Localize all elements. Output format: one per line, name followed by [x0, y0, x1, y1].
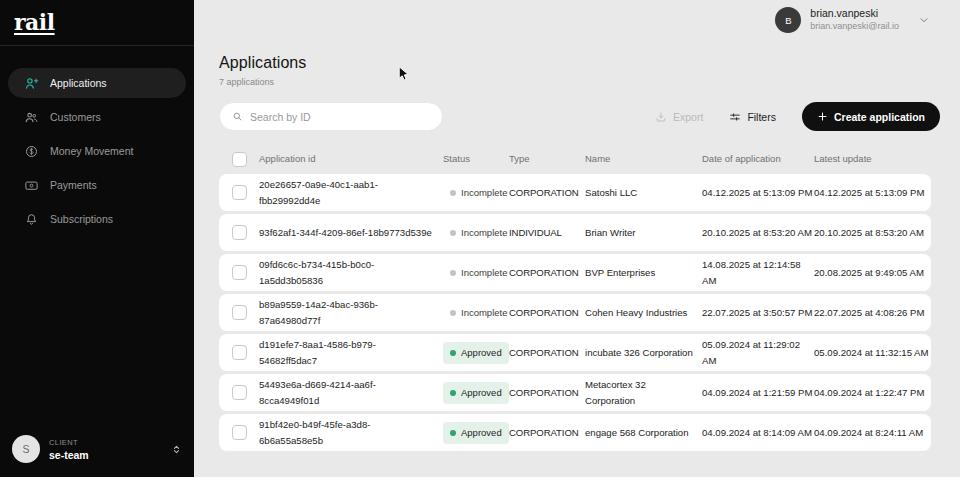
cell-latest-update: 04.09.2024 at 8:24:11 AM: [814, 425, 931, 441]
cell-date-of-application: 04.09.2024 at 8:14:09 AM: [702, 425, 814, 441]
table-row[interactable]: 91bf42e0-b49f-45fe-a3d8-6b6a55a58e5b App…: [219, 414, 931, 451]
sidebar-item-label: Subscriptions: [50, 213, 113, 225]
cell-application-id: b89a9559-14a2-4bac-936b-87a64980d77f: [259, 297, 443, 329]
user-menu[interactable]: B brian.vanpeski brian.vanpeski@rail.io: [775, 7, 930, 33]
select-all-checkbox[interactable]: [232, 152, 247, 167]
filters-button[interactable]: Filters: [729, 111, 776, 123]
cell-latest-update: 04.09.2024 at 1:22:47 PM: [814, 385, 931, 401]
cell-name: Brian Writer: [585, 225, 702, 241]
status-badge: Incomplete: [443, 222, 514, 244]
search-input[interactable]: [250, 111, 430, 123]
column-header-application-id: Application id: [259, 151, 443, 167]
row-checkbox[interactable]: [232, 425, 247, 440]
cell-latest-update: 20.08.2025 at 9:49:05 AM: [814, 265, 931, 281]
cell-name: Satoshi LLC: [585, 185, 702, 201]
row-checkbox[interactable]: [232, 385, 247, 400]
cell-date-of-application: 04.09.2024 at 1:21:59 PM: [702, 385, 814, 401]
table-row[interactable]: d191efe7-8aa1-4586-b979-54682ff5dac7 App…: [219, 334, 931, 371]
sidebar-item-customers[interactable]: Customers: [8, 102, 186, 132]
cell-date-of-application: 04.12.2025 at 5:13:09 PM: [702, 185, 814, 201]
row-checkbox[interactable]: [232, 305, 247, 320]
filters-icon: [729, 111, 741, 123]
cell-type: CORPORATION: [509, 385, 585, 401]
page-header: Applications 7 applications: [219, 52, 940, 87]
column-header-status: Status: [443, 151, 509, 167]
app-window: rail Applications Customers Money Moveme…: [0, 0, 960, 477]
client-meta: CLIENT se-team: [49, 438, 162, 461]
cell-type: INDIVIDUAL: [509, 225, 585, 241]
cell-latest-update: 05.09.2024 at 11:32:15 AM: [814, 345, 931, 361]
cell-date-of-application: 22.07.2025 at 3:50:57 PM: [702, 305, 814, 321]
status-dot-icon: [450, 390, 456, 396]
row-checkbox[interactable]: [232, 185, 247, 200]
cell-name: Cohen Heavy Industries: [585, 305, 702, 321]
client-role-label: CLIENT: [49, 438, 162, 447]
sidebar-item-money-movement[interactable]: Money Movement: [8, 136, 186, 166]
applications-count: 7 applications: [219, 77, 940, 87]
users-icon: [24, 110, 39, 125]
row-checkbox[interactable]: [232, 225, 247, 240]
search-icon: [232, 111, 243, 122]
cell-application-id: 09fd6c6c-b734-415b-b0c0-1a5dd3b05836: [259, 257, 443, 289]
status-dot-icon: [450, 430, 456, 436]
status-label: Approved: [461, 345, 502, 361]
sidebar-item-applications[interactable]: Applications: [8, 68, 186, 98]
sidebar: rail Applications Customers Money Moveme…: [0, 0, 194, 477]
brand-logo[interactable]: rail: [14, 9, 180, 35]
brand-logo-area: rail: [0, 0, 194, 46]
chevrons-up-down-icon: [171, 444, 182, 455]
table-header: Application id Status Type Name Date of …: [219, 147, 931, 171]
cell-latest-update: 22.07.2025 at 4:08:26 PM: [814, 305, 931, 321]
row-checkbox[interactable]: [232, 265, 247, 280]
chevron-down-icon: [918, 14, 930, 26]
plus-icon: [817, 111, 828, 122]
cell-latest-update: 20.10.2025 at 8:53:20 AM: [814, 225, 931, 241]
status-badge: Incomplete: [443, 262, 514, 284]
status-label: Approved: [461, 425, 502, 441]
cell-type: CORPORATION: [509, 345, 585, 361]
cell-name: engage 568 Corporation: [585, 425, 702, 441]
column-header-date-of-application: Date of application: [702, 151, 814, 167]
column-header-latest-update: Latest update: [814, 151, 931, 167]
client-name: se-team: [49, 449, 162, 461]
cell-type: CORPORATION: [509, 305, 585, 321]
row-checkbox[interactable]: [232, 345, 247, 360]
main-content: B brian.vanpeski brian.vanpeski@rail.io …: [194, 0, 960, 477]
sidebar-item-label: Payments: [50, 179, 97, 191]
user-identity: brian.vanpeski brian.vanpeski@rail.io: [810, 7, 899, 32]
person-plus-icon: [24, 76, 39, 91]
page-title: Applications: [219, 52, 940, 73]
status-badge: Approved: [443, 342, 509, 364]
cell-application-id: 54493e6a-d669-4214-aa6f-8cca4949f01d: [259, 377, 443, 409]
sidebar-item-subscriptions[interactable]: Subscriptions: [8, 204, 186, 234]
create-application-button[interactable]: Create application: [802, 102, 940, 131]
cell-date-of-application: 05.09.2024 at 11:29:02 AM: [702, 337, 814, 369]
cell-application-id: 93f62af1-344f-4209-86ef-18b9773d539e: [259, 225, 443, 241]
table-row[interactable]: 93f62af1-344f-4209-86ef-18b9773d539e Inc…: [219, 214, 931, 251]
export-button[interactable]: Export: [655, 111, 703, 123]
status-label: Approved: [461, 385, 502, 401]
cell-application-id: 91bf42e0-b49f-45fe-a3d8-6b6a55a58e5b: [259, 417, 443, 449]
search-field[interactable]: [219, 102, 443, 131]
sidebar-item-payments[interactable]: Payments: [8, 170, 186, 200]
table-row[interactable]: 20e26657-0a9e-40c1-aab1-fbb29992dd4e Inc…: [219, 174, 931, 211]
table-row[interactable]: 09fd6c6c-b734-415b-b0c0-1a5dd3b05836 Inc…: [219, 254, 931, 291]
client-switcher[interactable]: S CLIENT se-team: [0, 431, 194, 467]
user-email: brian.vanpeski@rail.io: [810, 21, 899, 33]
cell-type: CORPORATION: [509, 185, 585, 201]
cell-name: incubate 326 Corporation: [585, 345, 702, 361]
cell-application-id: d191efe7-8aa1-4586-b979-54682ff5dac7: [259, 337, 443, 369]
status-dot-icon: [450, 350, 456, 356]
cell-date-of-application: 20.10.2025 at 8:53:20 AM: [702, 225, 814, 241]
table-row[interactable]: 54493e6a-d669-4214-aa6f-8cca4949f01d App…: [219, 374, 931, 411]
export-label: Export: [673, 111, 703, 123]
status-badge: Incomplete: [443, 182, 514, 204]
status-badge: Approved: [443, 422, 509, 444]
table-row[interactable]: b89a9559-14a2-4bac-936b-87a64980d77f Inc…: [219, 294, 931, 331]
mouse-cursor-icon: [398, 66, 411, 81]
money-circulation-icon: [24, 144, 39, 159]
sidebar-item-label: Money Movement: [50, 145, 133, 157]
user-avatar: B: [775, 7, 801, 33]
payments-icon: [24, 178, 39, 193]
column-header-type: Type: [509, 151, 585, 167]
